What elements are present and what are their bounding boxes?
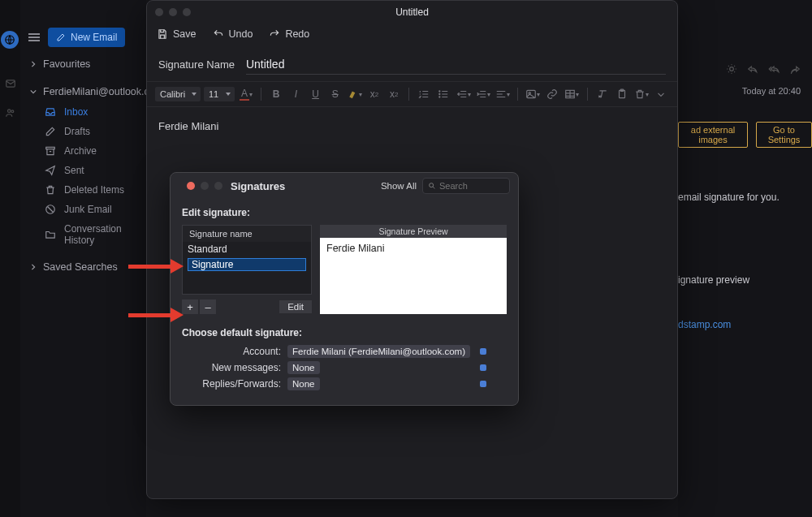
hamburger-icon[interactable] bbox=[28, 33, 40, 41]
saved-searches-header[interactable]: Saved Searches bbox=[20, 250, 146, 278]
folder-label: Conversation History bbox=[64, 223, 146, 246]
new-email-button[interactable]: New Email bbox=[48, 28, 125, 47]
account-header[interactable]: FerdieMilani@outlook.co bbox=[20, 75, 146, 102]
folder-archive[interactable]: Archive bbox=[20, 141, 146, 161]
folder-junk[interactable]: Junk Email bbox=[20, 200, 146, 219]
favourites-header[interactable]: Favourites bbox=[20, 47, 146, 75]
font-select[interactable]: Calibri bbox=[155, 87, 201, 101]
forward-icon[interactable] bbox=[789, 63, 801, 75]
align-button[interactable]: ▾ bbox=[495, 85, 511, 103]
subscript-button[interactable]: x2 bbox=[386, 85, 402, 103]
insert-table-button[interactable]: ▾ bbox=[564, 85, 580, 103]
signature-item-editing[interactable] bbox=[183, 256, 311, 273]
folder-inbox[interactable]: Inbox bbox=[20, 102, 146, 122]
insert-image-button[interactable]: ▾ bbox=[525, 85, 541, 103]
edit-signature-button[interactable]: Edit bbox=[279, 300, 312, 313]
default-signature-label: Choose default signature: bbox=[171, 314, 518, 345]
svg-point-9 bbox=[439, 97, 440, 97]
undo-icon bbox=[213, 28, 224, 40]
italic-button[interactable]: I bbox=[287, 85, 304, 103]
toolbar-primary: Save Undo Redo bbox=[147, 24, 677, 45]
account-select[interactable]: Ferdie Milani (FerdieMilani@outlook.com) bbox=[287, 345, 470, 358]
trash-icon bbox=[45, 184, 56, 196]
chevron-right-icon bbox=[30, 264, 37, 270]
bullet-list-button[interactable] bbox=[435, 85, 451, 103]
signature-preview-text: Ferdie Milani bbox=[326, 243, 385, 254]
strikethrough-button[interactable]: S bbox=[327, 85, 343, 103]
folder-drafts[interactable]: Drafts bbox=[20, 122, 146, 141]
sidebar: New Email Favourites FerdieMilani@outloo… bbox=[20, 0, 146, 517]
bg-link[interactable]: dstamp.com bbox=[678, 319, 731, 330]
mail-icon[interactable] bbox=[5, 78, 16, 89]
search-input[interactable] bbox=[439, 181, 504, 191]
new-email-label: New Email bbox=[71, 32, 117, 43]
people-icon[interactable] bbox=[5, 107, 16, 118]
show-all-button[interactable]: Show All bbox=[381, 181, 417, 191]
close-icon[interactable] bbox=[187, 182, 195, 190]
sun-icon[interactable] bbox=[726, 63, 737, 75]
outdent-button[interactable]: ▾ bbox=[456, 85, 472, 103]
folder-history[interactable]: Conversation History bbox=[20, 219, 146, 250]
folder-label: Deleted Items bbox=[64, 184, 124, 196]
delete-button[interactable]: ▾ bbox=[633, 85, 650, 103]
underline-button[interactable]: U bbox=[307, 85, 323, 103]
svg-point-15 bbox=[430, 183, 434, 187]
numbered-list-button[interactable] bbox=[416, 85, 432, 103]
format-toolbar: Calibri 11 A▾ B I U S ▾ x2 x2 ▾ ▾ ▾ ▾ ▾ … bbox=[147, 81, 677, 107]
signature-item-standard[interactable]: Standard bbox=[183, 242, 311, 256]
folder-label: Sent bbox=[64, 165, 84, 176]
font-size-select[interactable]: 11 bbox=[204, 87, 235, 101]
replies-forwards-select[interactable]: None bbox=[287, 377, 320, 390]
signature-name-label: Signature Name bbox=[158, 58, 235, 71]
signature-name-input[interactable] bbox=[246, 54, 666, 75]
undo-label: Undo bbox=[229, 28, 253, 40]
superscript-button[interactable]: x2 bbox=[366, 85, 382, 103]
compose-icon bbox=[56, 32, 66, 42]
folder-deleted[interactable]: Deleted Items bbox=[20, 180, 146, 200]
archive-icon bbox=[45, 145, 56, 157]
globe-icon[interactable] bbox=[1, 31, 19, 49]
zoom-icon[interactable] bbox=[214, 182, 222, 190]
signatures-title: Signatures bbox=[231, 180, 285, 192]
clear-format-button[interactable] bbox=[594, 85, 610, 103]
save-button[interactable]: Save bbox=[157, 28, 197, 40]
more-format-button[interactable] bbox=[653, 85, 669, 103]
redo-icon bbox=[269, 28, 280, 40]
reply-icon[interactable] bbox=[747, 63, 758, 75]
signature-body[interactable]: Ferdie Milani bbox=[147, 107, 677, 145]
folder-icon bbox=[45, 229, 56, 240]
replies-forwards-label: Replies/Forwards: bbox=[182, 378, 287, 390]
account-label: Account: bbox=[182, 346, 287, 357]
bg-text-1: email signature for you. bbox=[678, 192, 780, 203]
junk-icon bbox=[45, 204, 56, 215]
signature-rename-input[interactable] bbox=[188, 258, 306, 271]
redo-label: Redo bbox=[285, 28, 309, 40]
indent-button[interactable]: ▾ bbox=[475, 85, 491, 103]
account-label: FerdieMilani@outlook.co bbox=[43, 86, 155, 97]
highlight-button[interactable]: ▾ bbox=[347, 85, 363, 103]
folder-label: Archive bbox=[64, 145, 97, 157]
search-field-wrap[interactable] bbox=[422, 178, 510, 194]
edit-signature-label: Edit signature: bbox=[171, 199, 518, 225]
go-to-settings-button[interactable]: Go to Settings bbox=[756, 122, 812, 148]
signature-body-text: Ferdie Milani bbox=[158, 120, 218, 132]
undo-button[interactable]: Undo bbox=[213, 28, 253, 40]
saved-searches-label: Saved Searches bbox=[43, 261, 118, 273]
paste-button[interactable] bbox=[614, 85, 630, 103]
font-color-button[interactable]: A▾ bbox=[238, 85, 254, 103]
signatures-titlebar[interactable]: Signatures Show All bbox=[171, 173, 518, 199]
download-images-button[interactable]: ad external images bbox=[678, 122, 748, 148]
signature-preview-header: Signature Preview bbox=[320, 225, 507, 238]
new-messages-select[interactable]: None bbox=[287, 361, 320, 374]
chevron-down-icon bbox=[30, 88, 37, 95]
window-titlebar[interactable]: Untitled bbox=[147, 1, 677, 24]
insert-link-button[interactable] bbox=[544, 85, 560, 103]
redo-button[interactable]: Redo bbox=[269, 28, 309, 40]
add-signature-button[interactable]: + bbox=[182, 299, 198, 314]
remove-signature-button[interactable]: – bbox=[200, 299, 216, 314]
folder-sent[interactable]: Sent bbox=[20, 161, 146, 180]
svg-point-2 bbox=[7, 110, 11, 113]
reply-all-icon[interactable] bbox=[768, 63, 780, 75]
bold-button[interactable]: B bbox=[268, 85, 284, 103]
minimize-icon[interactable] bbox=[201, 182, 209, 190]
